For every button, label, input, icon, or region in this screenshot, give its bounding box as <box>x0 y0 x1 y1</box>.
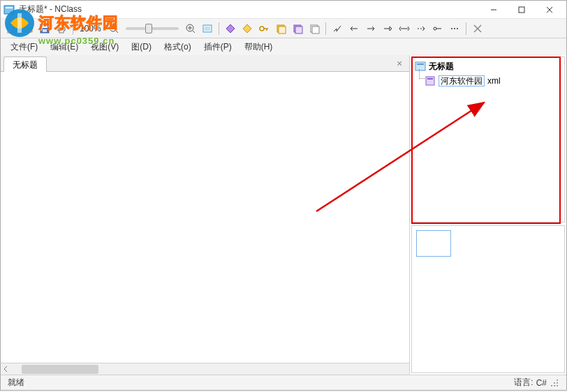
diamond-gold-icon[interactable] <box>240 21 255 36</box>
svg-point-42 <box>454 28 455 29</box>
zoom-out-icon[interactable] <box>106 21 122 36</box>
toolbar: 100% <box>1 19 566 38</box>
menu-format[interactable]: 格式(o) <box>159 39 197 55</box>
svg-point-50 <box>557 385 558 386</box>
status-lang-label: 语言: <box>514 377 533 389</box>
tree-rename-input[interactable]: 河东软件园 <box>439 75 485 86</box>
arrow-circle-icon[interactable] <box>430 21 446 36</box>
diamond-icon[interactable] <box>223 21 238 36</box>
tab-untitled[interactable]: 无标题 <box>3 56 47 72</box>
arrow-more-icon[interactable] <box>447 21 462 36</box>
svg-rect-11 <box>42 25 47 28</box>
zoom-in-icon[interactable] <box>183 21 198 36</box>
menu-help[interactable]: 帮助(H) <box>239 39 279 55</box>
tab-close-icon[interactable]: × <box>394 58 405 69</box>
minimize-button[interactable] <box>480 1 508 19</box>
zoom-slider[interactable] <box>126 27 179 30</box>
svg-rect-33 <box>312 27 319 33</box>
tree-root-item[interactable]: 无标题 <box>415 60 561 73</box>
zoom-fit-icon[interactable] <box>200 21 215 36</box>
tab-label: 无标题 <box>13 59 38 71</box>
svg-rect-3 <box>6 7 13 8</box>
close-thin-icon[interactable] <box>470 21 485 36</box>
arrow-open-icon[interactable] <box>380 21 395 36</box>
svg-line-20 <box>193 31 195 33</box>
svg-point-52 <box>557 382 558 384</box>
status-ready: 就绪 <box>8 377 24 389</box>
maximize-button[interactable] <box>508 1 536 19</box>
arrow-left-icon[interactable] <box>346 21 362 36</box>
scroll-thumb[interactable] <box>22 365 98 374</box>
close-button[interactable] <box>536 1 564 19</box>
resize-grip-icon[interactable] <box>550 378 559 388</box>
svg-point-25 <box>260 27 264 31</box>
arrow-double-icon[interactable] <box>397 21 412 36</box>
tree-leaf-item[interactable]: 河东软件园xml <box>425 75 561 87</box>
menu-edit[interactable]: 编辑(E) <box>45 39 84 55</box>
arrow-dots-icon[interactable] <box>413 21 429 36</box>
menu-file[interactable]: 文件(F) <box>5 39 43 55</box>
stack-gold-icon[interactable] <box>273 21 288 36</box>
menu-view[interactable]: 视图(V) <box>85 39 124 55</box>
stack-purple-icon[interactable] <box>290 21 305 36</box>
menu-bar: 文件(F) 编辑(E) 视图(V) 图(D) 格式(o) 插件(P) 帮助(H) <box>1 38 566 55</box>
preview-thumbnail[interactable] <box>416 230 451 257</box>
svg-point-51 <box>554 385 555 386</box>
tree-leaf-suffix: xml <box>487 76 501 86</box>
key-icon[interactable] <box>256 21 272 36</box>
svg-point-41 <box>451 28 452 29</box>
svg-rect-2 <box>4 6 14 14</box>
zoom-value: 100% <box>80 24 102 33</box>
svg-rect-5 <box>519 7 524 13</box>
tab-strip: 无标题 × <box>1 55 409 72</box>
svg-rect-12 <box>43 29 47 32</box>
status-lang-value: C# <box>536 378 547 388</box>
svg-point-55 <box>557 379 558 381</box>
svg-rect-46 <box>415 62 425 70</box>
svg-rect-47 <box>417 63 424 65</box>
svg-rect-48 <box>426 77 434 85</box>
svg-point-54 <box>554 382 555 384</box>
svg-rect-49 <box>427 78 433 80</box>
stack-white-icon[interactable] <box>307 21 322 36</box>
print-icon[interactable] <box>54 21 69 36</box>
diagram-canvas[interactable] <box>1 72 409 363</box>
svg-rect-29 <box>279 27 286 33</box>
app-icon <box>3 4 15 15</box>
svg-line-17 <box>116 31 118 33</box>
svg-rect-15 <box>59 30 64 33</box>
open-folder-icon[interactable] <box>20 21 36 36</box>
conn-icon[interactable] <box>330 21 345 36</box>
diagram-file-icon <box>425 75 436 86</box>
horizontal-scrollbar[interactable] <box>1 363 409 375</box>
title-bar: 无标题* - NClass <box>1 1 566 19</box>
svg-point-9 <box>12 29 16 33</box>
status-bar: 就绪 语言: C# <box>1 375 566 390</box>
new-file-icon[interactable] <box>3 21 19 36</box>
project-icon <box>415 61 426 72</box>
svg-point-39 <box>434 27 436 30</box>
project-tree: 无标题 河东软件园xml <box>411 56 565 223</box>
menu-plugins[interactable]: 插件(P) <box>198 39 237 55</box>
svg-rect-14 <box>59 25 64 28</box>
tree-root-label: 无标题 <box>429 61 454 73</box>
svg-point-53 <box>551 385 552 386</box>
svg-rect-31 <box>295 27 302 33</box>
arrow-right-icon[interactable] <box>363 21 378 36</box>
save-icon[interactable] <box>37 21 52 36</box>
svg-rect-24 <box>205 27 210 31</box>
zoom-thumb[interactable] <box>145 24 152 33</box>
preview-panel <box>411 225 565 373</box>
menu-diagram[interactable]: 图(D) <box>126 39 157 55</box>
window-title: 无标题* - NClass <box>19 3 480 15</box>
svg-point-43 <box>457 28 458 29</box>
scroll-left-icon[interactable] <box>1 364 10 374</box>
